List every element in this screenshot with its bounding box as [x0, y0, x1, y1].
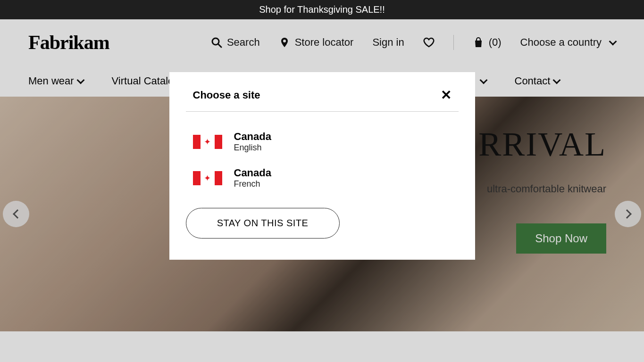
site-option-canada-french[interactable]: ✦ Canada French [186, 167, 459, 203]
site-option-canada-english[interactable]: ✦ Canada English [186, 131, 459, 167]
choose-site-modal: Choose a site ✕ ✦ Canada English ✦ Canad… [169, 72, 475, 260]
site-option-texts: Canada French [234, 167, 271, 189]
flag-canada-icon: ✦ [193, 135, 222, 149]
modal-divider [186, 111, 459, 112]
modal-header: Choose a site ✕ [186, 89, 459, 111]
flag-canada-icon: ✦ [193, 171, 222, 185]
modal-title: Choose a site [193, 89, 260, 101]
site-option-country: Canada [234, 131, 271, 143]
close-button[interactable]: ✕ [441, 89, 452, 102]
site-option-language: French [234, 179, 271, 189]
stay-on-site-button[interactable]: STAY ON THIS SITE [186, 208, 340, 239]
site-option-country: Canada [234, 167, 271, 179]
close-icon: ✕ [441, 88, 452, 102]
site-option-language: English [234, 143, 271, 153]
site-option-texts: Canada English [234, 131, 271, 153]
